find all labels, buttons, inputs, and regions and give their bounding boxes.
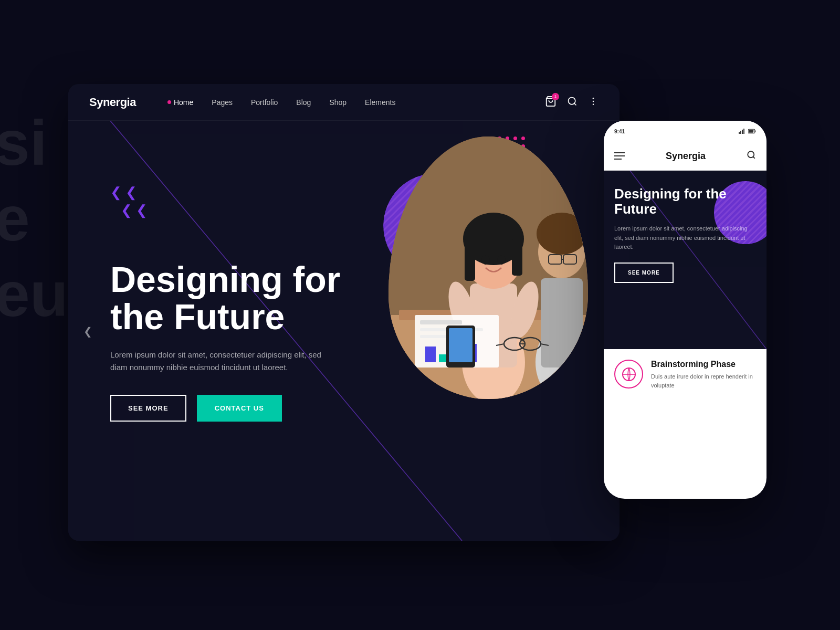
svg-line-51 [753, 156, 754, 158]
nav-menu: Home Pages Portfolio Blog Shop Elements [167, 98, 545, 107]
svg-line-2 [574, 103, 576, 105]
contact-us-button[interactable]: CONTACT US [197, 395, 282, 422]
svg-point-5 [593, 103, 594, 105]
svg-rect-46 [743, 129, 744, 134]
svg-rect-15 [465, 239, 475, 281]
nav-active-dot [167, 100, 171, 104]
card-icon [614, 360, 643, 388]
nav-item-pages[interactable]: Pages [212, 98, 233, 107]
navbar: Synergia Home Pages Portfolio Blog Shop [68, 84, 620, 121]
card-description: Duis aute irure dolor in repre henderit … [651, 372, 756, 390]
nav-item-home[interactable]: Home [167, 98, 193, 107]
nav-item-shop[interactable]: Shop [329, 98, 346, 107]
hero-buttons: SEE MORE CONTACT US [110, 395, 357, 422]
arrow-decorations: ❮ ❮ ❮ ❮ [110, 184, 148, 219]
search-icon[interactable] [567, 96, 578, 109]
svg-rect-32 [425, 346, 436, 362]
meeting-scene [388, 136, 588, 399]
mobile-mockup: 9:41 Synergia [604, 121, 766, 499]
svg-rect-16 [512, 239, 522, 276]
main-wrapper: Synergia Home Pages Portfolio Blog Shop [42, 58, 798, 572]
svg-point-18 [497, 255, 506, 265]
mobile-hero-description: Lorem ipsum dolor sit amet, consectetuer… [614, 224, 756, 252]
mobile-status-bar: 9:41 [604, 121, 766, 142]
mobile-logo: Synergia [666, 151, 706, 162]
nav-item-blog[interactable]: Blog [296, 98, 311, 107]
mobile-hero: Designing for the Future Lorem ipsum dol… [604, 171, 766, 349]
svg-point-3 [593, 97, 594, 99]
nav-actions: 1 [545, 96, 598, 109]
svg-rect-29 [420, 320, 462, 324]
hero-title: Designing for the Future [110, 261, 357, 336]
desktop-mockup: Synergia Home Pages Portfolio Blog Shop [68, 84, 620, 541]
more-options-icon[interactable] [588, 96, 598, 109]
svg-rect-48 [755, 130, 756, 132]
desktop-logo: Synergia [89, 96, 136, 109]
nav-item-portfolio[interactable]: Portfolio [251, 98, 278, 107]
hamburger-menu[interactable] [614, 152, 625, 160]
card-title: Brainstorming Phase [651, 360, 756, 369]
meeting-illustration [388, 136, 588, 399]
svg-point-50 [748, 151, 754, 158]
nav-item-elements[interactable]: Elements [365, 98, 395, 107]
mobile-navbar: Synergia [604, 142, 766, 171]
hero-section: ❮ ❮ ❮ ❮ ❮ Designing for the Future [68, 121, 620, 541]
cart-badge: 1 [552, 93, 559, 100]
svg-point-17 [481, 255, 490, 265]
svg-rect-49 [749, 130, 753, 132]
svg-rect-42 [449, 328, 472, 362]
battery-icon [748, 129, 756, 134]
mobile-hero-title: Designing for the Future [614, 186, 756, 216]
svg-point-1 [569, 97, 575, 104]
svg-point-4 [593, 100, 594, 102]
hero-content: Designing for the Future Lorem ipsum dol… [68, 240, 357, 422]
hero-description: Lorem ipsum dolor sit amet, consectetuer… [110, 349, 336, 374]
svg-rect-43 [739, 132, 740, 134]
card-content: Brainstorming Phase Duis aute irure dolo… [651, 360, 756, 390]
signal-icon [739, 129, 746, 134]
svg-rect-22 [541, 278, 583, 368]
see-more-button[interactable]: SEE MORE [110, 395, 186, 422]
hero-image [388, 136, 588, 399]
svg-rect-44 [740, 131, 741, 134]
svg-point-27 [537, 213, 587, 255]
slide-prev-button[interactable]: ❮ [79, 322, 97, 340]
basketball-icon [622, 367, 636, 382]
svg-rect-45 [742, 130, 743, 134]
mobile-card: Brainstorming Phase Duis aute irure dolo… [604, 349, 766, 400]
cart-icon[interactable]: 1 [545, 96, 556, 109]
mobile-see-more-button[interactable]: SEE MORE [614, 262, 674, 283]
mobile-search-icon[interactable] [747, 150, 756, 162]
